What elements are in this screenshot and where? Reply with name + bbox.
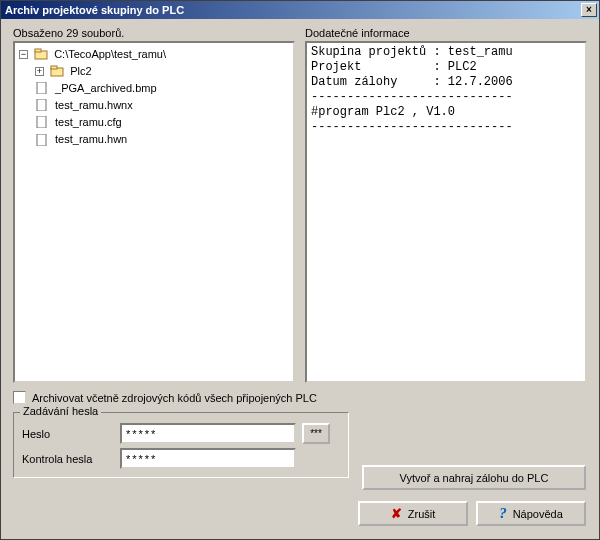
file-icon <box>35 116 49 128</box>
cancel-button[interactable]: ✘ Zrušit <box>358 501 468 526</box>
help-button-label: Nápověda <box>513 508 563 520</box>
tree-item[interactable]: _PGA_archived.bmp <box>35 79 289 96</box>
archive-sources-label: Archivovat včetně zdrojových kódů všech … <box>32 392 317 404</box>
tree-item-label: test_ramu.cfg <box>55 116 122 128</box>
title-bar: Archiv projektové skupiny do PLC × <box>1 1 599 19</box>
password-input[interactable] <box>120 423 296 444</box>
collapse-icon[interactable]: − <box>19 50 28 59</box>
archive-sources-checkbox[interactable] <box>13 391 26 404</box>
password-confirm-input[interactable] <box>120 448 296 469</box>
window-title: Archiv projektové skupiny do PLC <box>5 4 581 16</box>
files-column: Obsaženo 29 souborů. − C:\TecoApp\test_r… <box>13 27 295 383</box>
svg-rect-1 <box>35 49 41 52</box>
upload-button[interactable]: Vytvoř a nahraj zálohu do PLC <box>362 465 586 490</box>
svg-rect-5 <box>37 99 46 111</box>
close-button[interactable]: × <box>581 3 597 17</box>
password-reveal-button[interactable]: *** <box>302 423 330 444</box>
tree-item[interactable]: test_ramu.hwnx <box>35 96 289 113</box>
tree-item-label: test_ramu.hwnx <box>55 99 133 111</box>
info-column: Dodatečné informace Skupina projektů : t… <box>305 27 587 383</box>
password-fieldset: Zadávání hesla Heslo *** Kontrola hesla <box>13 412 349 478</box>
info-label: Dodatečné informace <box>305 27 587 39</box>
svg-rect-3 <box>51 66 57 69</box>
file-icon <box>35 99 49 111</box>
folder-icon <box>50 65 64 77</box>
info-text: Skupina projektů : test_ramu Projekt : P… <box>311 45 581 135</box>
password-label: Heslo <box>22 428 114 440</box>
tree-item[interactable]: test_ramu.cfg <box>35 113 289 130</box>
help-icon: ? <box>499 505 507 522</box>
archive-sources-row[interactable]: Archivovat včetně zdrojových kódů všech … <box>13 391 587 404</box>
upload-button-label: Vytvoř a nahraj zálohu do PLC <box>400 472 549 484</box>
svg-rect-4 <box>37 82 46 94</box>
tree-item[interactable]: test_ramu.hwn <box>35 130 289 147</box>
folder-open-icon <box>34 48 48 60</box>
dialog-content: Obsaženo 29 souborů. − C:\TecoApp\test_r… <box>1 19 599 486</box>
tree-item-label: Plc2 <box>70 65 91 77</box>
expand-icon[interactable]: + <box>35 67 44 76</box>
info-panel: Skupina projektů : test_ramu Projekt : P… <box>305 41 587 383</box>
tree-item-label: _PGA_archived.bmp <box>55 82 157 94</box>
tree-item-label: test_ramu.hwn <box>55 134 127 146</box>
tree-item[interactable]: + Plc2 <box>35 62 289 79</box>
cancel-button-label: Zrušit <box>408 508 436 520</box>
file-tree[interactable]: − C:\TecoApp\test_ramu\ + Plc2 <box>13 41 295 383</box>
file-icon <box>35 134 49 146</box>
tree-root[interactable]: − C:\TecoApp\test_ramu\ + Plc2 <box>19 45 289 148</box>
files-count-label: Obsaženo 29 souborů. <box>13 27 295 39</box>
password-confirm-label: Kontrola hesla <box>22 453 114 465</box>
password-legend: Zadávání hesla <box>20 405 101 417</box>
cancel-icon: ✘ <box>391 506 402 521</box>
file-icon <box>35 82 49 94</box>
help-button[interactable]: ? Nápověda <box>476 501 586 526</box>
svg-rect-7 <box>37 134 46 146</box>
tree-root-label: C:\TecoApp\test_ramu\ <box>54 48 166 60</box>
svg-rect-6 <box>37 116 46 128</box>
